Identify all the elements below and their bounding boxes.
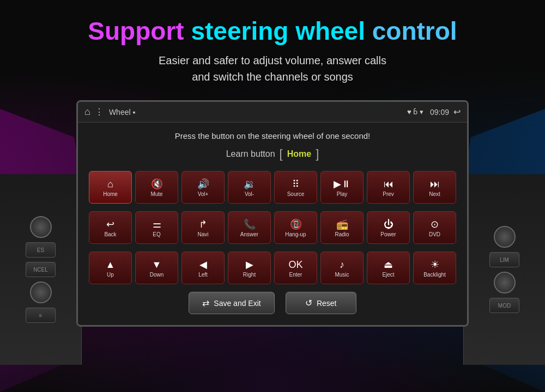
status-bar: ⌂ ⋮ Wheel ▪ ♥ ɓ ▾ 09:09 ↩	[78, 102, 467, 122]
btn-back[interactable]: ↩ Back	[89, 211, 132, 244]
mute-label: Mute	[150, 191, 162, 197]
btn-mute[interactable]: 🔇 Mute	[135, 171, 178, 204]
btn-next[interactable]: ⏭ Next	[413, 171, 456, 204]
btn-eject[interactable]: ⏏ Eject	[367, 252, 410, 284]
vol-minus-icon: 🔉	[244, 179, 256, 189]
btn-play[interactable]: ▶⏸ Play	[320, 171, 364, 204]
backlight-icon: ☀	[431, 260, 439, 270]
btn-left[interactable]: ◀ Left	[181, 252, 225, 284]
answer-icon: 📞	[244, 219, 256, 229]
btn-answer[interactable]: 📞 Answer	[228, 211, 271, 244]
eq-icon: ⚌	[153, 219, 161, 229]
radio-icon: 📻	[336, 219, 348, 229]
learn-button-row: Learn button [ Home ]	[89, 147, 456, 161]
answer-label: Answer	[240, 231, 258, 237]
music-label: Music	[335, 272, 349, 278]
back-label: Back	[104, 231, 116, 237]
eject-label: Eject	[382, 272, 394, 278]
up-icon: ▲	[106, 260, 116, 270]
btn-vol-plus[interactable]: 🔊 Vol+	[181, 171, 225, 204]
dvd-icon: ⊙	[431, 219, 439, 229]
btn-down[interactable]: ▼ Down	[135, 252, 178, 284]
menu-dots-icon: ⋮	[95, 107, 105, 117]
button-grid-row3: ▲ Up ▼ Down ◀ Left ▶ Right OK Enter	[89, 252, 456, 284]
main-content: Support steering wheel control Easier an…	[0, 0, 545, 392]
btn-source[interactable]: ⠿ Source	[274, 171, 317, 204]
prev-label: Prev	[383, 191, 394, 197]
power-icon: ⏻	[384, 219, 393, 229]
save-and-exit-button[interactable]: ⇄ Save and Exit	[189, 292, 274, 314]
headline-steering: steering	[191, 17, 288, 45]
btn-backlight[interactable]: ☀ Backlight	[413, 252, 456, 284]
btn-hangup[interactable]: 📵 Hang-up	[274, 211, 317, 244]
play-icon: ▶⏸	[334, 179, 351, 189]
btn-enter[interactable]: OK Enter	[274, 252, 317, 284]
home-icon: ⌂	[107, 179, 113, 189]
power-label: Power	[380, 231, 396, 237]
right-label: Right	[243, 272, 256, 278]
backlight-label: Backlight	[423, 272, 446, 278]
mute-icon: 🔇	[151, 179, 163, 189]
prev-icon: ⏮	[384, 179, 393, 189]
headline: Support steering wheel control	[88, 16, 457, 46]
next-label: Next	[429, 191, 440, 197]
dvd-label: DVD	[429, 231, 440, 237]
reset-label: Reset	[317, 299, 337, 308]
save-exit-label: Save and Exit	[214, 299, 261, 308]
save-exit-icon: ⇄	[202, 298, 209, 308]
eject-icon: ⏏	[384, 260, 393, 270]
navi-label: Navi	[197, 231, 208, 237]
screen-frame: ⌂ ⋮ Wheel ▪ ♥ ɓ ▾ 09:09 ↩ Press the butt…	[76, 100, 469, 327]
home-status-icon: ⌂	[84, 106, 90, 118]
enter-label: Enter	[289, 272, 302, 278]
button-grid-row1: ⌂ Home 🔇 Mute 🔊 Vol+ 🔉 Vol- ⠿ Sourc	[89, 171, 456, 204]
learn-bracket-right: ]	[316, 147, 319, 161]
enter-icon: OK	[288, 260, 302, 270]
btn-vol-minus[interactable]: 🔉 Vol-	[228, 171, 271, 204]
btn-prev[interactable]: ⏮ Prev	[367, 171, 410, 204]
headline-support: Support	[88, 17, 184, 45]
subtitle-line1: Easier and safer to adjust volume, answe…	[159, 52, 386, 69]
btn-radio[interactable]: 📻 Radio	[320, 211, 364, 244]
subtitle-line2: and switch the channels or songs	[159, 69, 386, 85]
home-label: Home	[103, 191, 118, 197]
btn-power[interactable]: ⏻ Power	[367, 211, 410, 244]
btn-up[interactable]: ▲ Up	[89, 252, 132, 284]
left-icon: ◀	[199, 260, 207, 270]
btn-navi[interactable]: ↱ Navi	[181, 211, 225, 244]
btn-dvd[interactable]: ⊙ DVD	[413, 211, 456, 244]
instruction-text: Press the button on the steering wheel o…	[89, 131, 456, 140]
down-icon: ▼	[152, 260, 162, 270]
headline-wheel: wheel	[295, 17, 365, 45]
down-label: Down	[150, 272, 164, 278]
radio-label: Radio	[335, 231, 349, 237]
eq-label: EQ	[153, 231, 160, 237]
music-icon: ♪	[340, 260, 344, 270]
hangup-label: Hang-up	[285, 231, 306, 237]
hangup-icon: 📵	[290, 219, 302, 229]
right-icon: ▶	[246, 260, 253, 270]
learn-value: Home	[287, 149, 311, 159]
learn-bracket-left: [	[280, 147, 283, 161]
btn-right[interactable]: ▶ Right	[228, 252, 271, 284]
clock: 09:09	[430, 108, 449, 117]
vol-plus-label: Vol+	[198, 191, 209, 197]
btn-music[interactable]: ♪ Music	[320, 252, 364, 284]
app-name: Wheel ▪	[109, 108, 407, 117]
back-icon: ↩	[106, 219, 114, 229]
source-label: Source	[287, 191, 305, 197]
button-grid-row2: ↩ Back ⚌ EQ ↱ Navi 📞 Answer 📵 Hang-u	[89, 211, 456, 244]
btn-home[interactable]: ⌂ Home	[89, 171, 132, 204]
left-label: Left	[198, 272, 208, 278]
reset-icon: ↺	[305, 298, 312, 308]
play-label: Play	[337, 191, 347, 197]
next-icon: ⏭	[430, 179, 440, 189]
back-status-icon: ↩	[453, 107, 461, 117]
status-icons: ♥ ɓ ▾	[407, 108, 423, 116]
subtitle: Easier and safer to adjust volume, answe…	[159, 52, 386, 85]
btn-eq[interactable]: ⚌ EQ	[135, 211, 178, 244]
reset-button[interactable]: ↺ Reset	[286, 292, 356, 314]
source-icon: ⠿	[292, 179, 299, 189]
navi-icon: ↱	[199, 219, 207, 229]
up-label: Up	[107, 272, 114, 278]
